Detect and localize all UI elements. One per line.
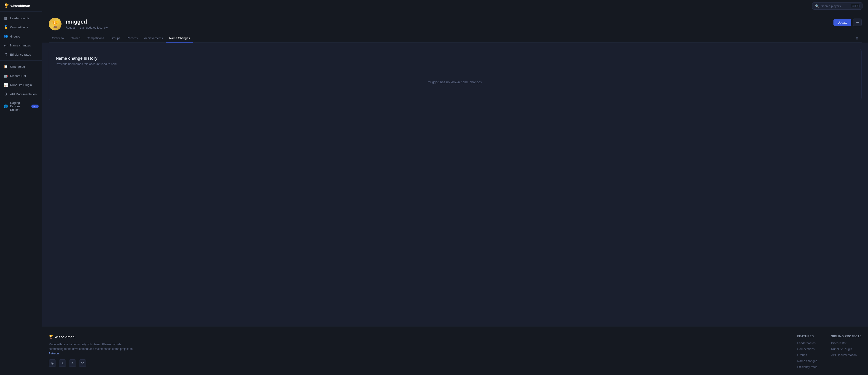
avatar: 🏆	[49, 18, 62, 30]
tab-groups[interactable]: Groups	[107, 34, 124, 42]
empty-state: mugged has no known name changes.	[56, 71, 855, 93]
sidebar-label-api: API Documentation	[10, 92, 37, 96]
footer-name-changes-link[interactable]: Name changes	[797, 359, 817, 363]
name-change-card: Name change history Previous usernames t…	[49, 49, 862, 100]
footer-features-col: Features Leaderboards Competitions Group…	[797, 335, 817, 369]
footer-brand-icon: 🏆	[49, 335, 53, 339]
footer-feature-competitions: Competitions	[797, 347, 817, 351]
profile-tabs: Overview Gained Competitions Groups Reco…	[49, 34, 862, 42]
sidebar: 🏆 wiseoldman ▦ Leaderboards 🏅 Competitio…	[0, 0, 42, 375]
discord-bot-icon: 🤖	[4, 74, 8, 78]
new-badge: New	[31, 104, 39, 108]
sidebar-item-leaderboards[interactable]: ▦ Leaderboards	[0, 13, 42, 23]
features-heading: Features	[797, 335, 817, 338]
sidebar-item-discord-bot[interactable]: 🤖 Discord Bot	[0, 71, 42, 80]
leaderboards-icon: ▦	[4, 16, 8, 20]
sidebar-item-runelite[interactable]: 📊 RuneLite Plugin	[0, 80, 42, 90]
sidebar-label-name-changes: Name changes	[10, 44, 31, 47]
search-icon: 🔍	[815, 4, 819, 8]
footer-leaderboards-link[interactable]: Leaderboards	[797, 341, 816, 345]
changelog-icon: 📋	[4, 64, 8, 69]
groups-icon: 👥	[4, 34, 8, 38]
sidebar-item-api-docs[interactable]: ⟨⟩ API Documentation	[0, 90, 42, 99]
footer-inner: 🏆 wiseoldman Made with care by community…	[49, 335, 862, 369]
sidebar-brand[interactable]: 🏆 wiseoldman	[0, 0, 42, 12]
sidebar-nav: ▦ Leaderboards 🏅 Competitions 👥 Groups 🏷…	[0, 12, 42, 375]
discord-social-link[interactable]: ◉	[49, 360, 56, 367]
search-box[interactable]: 🔍 Search players... Ctrl K	[812, 2, 863, 10]
tab-gained[interactable]: Gained	[67, 34, 84, 42]
footer-social: ◉ 𝕏 Þ ⌥	[49, 360, 784, 367]
update-button[interactable]: Update	[834, 19, 851, 26]
profile-section: 🏆 mugged Regular · Last updated just now…	[42, 12, 868, 42]
layout-icon: ⊞	[856, 36, 858, 40]
features-list: Leaderboards Competitions Groups Name ch…	[797, 341, 817, 369]
patreon-social-link[interactable]: Þ	[69, 360, 76, 367]
sidebar-label-competitions: Competitions	[10, 26, 28, 29]
main-content: 🔍 Search players... Ctrl K 🏆 mugged Regu…	[42, 0, 868, 375]
sidebar-item-competitions[interactable]: 🏅 Competitions	[0, 23, 42, 32]
name-changes-icon: 🏷	[4, 43, 8, 48]
footer-feature-efficiency: Efficiency rates	[797, 365, 817, 369]
sidebar-item-changelog[interactable]: 📋 Changelog	[0, 62, 42, 71]
more-icon: •••	[856, 21, 859, 24]
sidebar-item-name-changes[interactable]: 🏷 Name changes	[0, 41, 42, 50]
api-icon: ⟨⟩	[4, 92, 8, 96]
sidebar-divider	[0, 60, 42, 61]
profile-last-updated: Last updated just now	[80, 26, 108, 29]
sidebar-label-runelite: RuneLite Plugin	[10, 83, 32, 87]
profile-rank: Regular	[66, 26, 76, 29]
profile-meta: Regular · Last updated just now	[66, 26, 829, 29]
sidebar-item-groups[interactable]: 👥 Groups	[0, 32, 42, 41]
sidebar-item-raging-echoes[interactable]: 🌐 Raging Echoes Edition New	[0, 99, 42, 114]
sidebar-item-efficiency-rates[interactable]: ⚙ Efficiency rates	[0, 50, 42, 59]
tab-name-changes[interactable]: Name Changes	[166, 34, 193, 42]
raging-echoes-icon: 🌐	[4, 104, 8, 108]
tab-overview[interactable]: Overview	[49, 34, 67, 42]
tab-achievements[interactable]: Achievements	[141, 34, 166, 42]
footer-discord-link[interactable]: Discord Bot	[831, 341, 846, 345]
search-placeholder: Search players...	[821, 4, 849, 8]
topbar: 🔍 Search players... Ctrl K	[42, 0, 868, 12]
content-area: Name change history Previous usernames t…	[42, 42, 868, 326]
name-change-subtitle: Previous usernames this account used to …	[56, 62, 855, 66]
footer-sibling-api: API Documentation	[831, 353, 862, 357]
footer-api-link[interactable]: API Documentation	[831, 353, 857, 357]
profile-header: 🏆 mugged Regular · Last updated just now…	[49, 18, 862, 30]
avatar-icon: 🏆	[51, 20, 59, 28]
footer: 🏆 wiseoldman Made with care by community…	[42, 326, 868, 375]
footer-sibling-runelite: RuneLite Plugin	[831, 347, 862, 351]
name-change-title: Name change history	[56, 56, 855, 61]
footer-sibling-col: Sibling projects Discord Bot RuneLite Pl…	[831, 335, 862, 357]
patreon-link[interactable]: Patreon	[49, 352, 59, 355]
sidebar-label-changelog: Changelog	[10, 65, 25, 68]
footer-sibling-discord: Discord Bot	[831, 341, 862, 345]
sidebar-label-efficiency: Efficiency rates	[10, 53, 31, 56]
sidebar-label-groups: Groups	[10, 35, 20, 38]
profile-actions: Update •••	[834, 18, 862, 26]
footer-competitions-link[interactable]: Competitions	[797, 347, 815, 351]
sidebar-label-discord-bot: Discord Bot	[10, 74, 26, 77]
tab-records[interactable]: Records	[124, 34, 141, 42]
efficiency-icon: ⚙	[4, 53, 8, 57]
footer-description: Made with care by community volunteers. …	[49, 342, 136, 356]
search-shortcut: Ctrl K	[850, 4, 860, 8]
footer-groups-link[interactable]: Groups	[797, 353, 807, 357]
tab-competitions[interactable]: Competitions	[84, 34, 107, 42]
brand-icon: 🏆	[4, 3, 9, 8]
github-social-link[interactable]: ⌥	[79, 360, 86, 367]
footer-efficiency-link[interactable]: Efficiency rates	[797, 365, 817, 369]
profile-username: mugged	[66, 19, 829, 25]
sidebar-label-leaderboards: Leaderboards	[10, 17, 29, 20]
more-button[interactable]: •••	[853, 19, 862, 26]
footer-brand: 🏆 wiseoldman Made with care by community…	[49, 335, 784, 367]
sidebar-label-raging-echoes: Raging Echoes Edition	[10, 101, 29, 112]
footer-logo: 🏆 wiseoldman	[49, 335, 784, 339]
footer-runelite-link[interactable]: RuneLite Plugin	[831, 347, 852, 351]
tab-layout-toggle[interactable]: ⊞	[852, 34, 862, 42]
footer-feature-name-changes: Name changes	[797, 359, 817, 363]
footer-feature-groups: Groups	[797, 353, 817, 357]
sibling-heading: Sibling projects	[831, 335, 862, 338]
twitter-social-link[interactable]: 𝕏	[59, 360, 66, 367]
competitions-icon: 🏅	[4, 25, 8, 29]
